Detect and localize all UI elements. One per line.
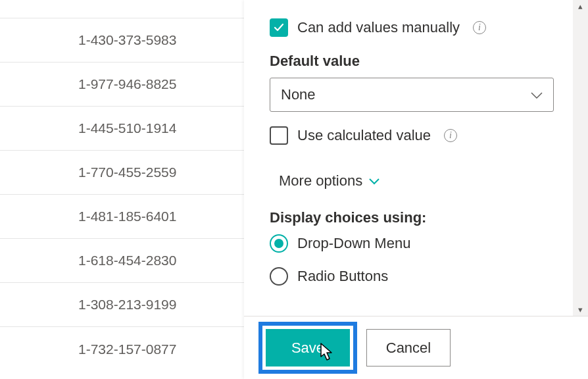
table-row[interactable]: 1-977-946-8825 — [0, 63, 244, 107]
cell-value: 1-977-946-8825 — [78, 76, 176, 92]
table-row[interactable]: 1-430-373-5983 — [0, 18, 244, 63]
save-button[interactable]: Save — [266, 329, 350, 366]
can-add-values-row: Can add values manually i — [270, 18, 547, 37]
table-row[interactable]: 1-445-510-1914 — [0, 107, 244, 151]
scroll-up-icon[interactable]: ▴ — [578, 2, 583, 11]
table-row[interactable]: 1-770-455-2559 — [0, 151, 244, 195]
info-icon[interactable]: i — [444, 129, 457, 142]
table-row[interactable]: 1-732-157-0877 — [0, 327, 244, 371]
can-add-values-checkbox[interactable] — [270, 18, 288, 37]
default-value-label: Default value — [270, 53, 547, 70]
panel-footer: Save Cancel — [244, 316, 588, 379]
display-choice-radio-row: Radio Buttons — [270, 267, 547, 286]
use-calculated-checkbox[interactable] — [270, 126, 288, 145]
cell-value: 1-732-157-0877 — [78, 341, 176, 357]
cell-value: 1-481-185-6401 — [78, 209, 176, 224]
display-choice-dropdown-radio[interactable] — [270, 234, 288, 253]
more-options-toggle[interactable]: More options — [279, 172, 380, 190]
default-value-select[interactable]: None — [270, 78, 554, 112]
display-choice-radio-radio[interactable] — [270, 267, 288, 286]
panel-body: Can add values manually i Default value … — [244, 0, 573, 316]
cell-value: 1-430-373-5983 — [78, 32, 176, 48]
cell-value: 1-618-454-2830 — [78, 253, 176, 268]
scrollbar-track[interactable] — [573, 13, 588, 303]
display-choices-label: Display choices using: — [270, 209, 547, 226]
table-row[interactable]: 1-481-185-6401 — [0, 195, 244, 239]
info-icon[interactable]: i — [473, 21, 486, 34]
use-calculated-row: Use calculated value i — [270, 126, 547, 145]
save-highlight: Save — [258, 322, 357, 374]
more-options-label: More options — [279, 172, 362, 190]
display-choice-dropdown-label: Drop-Down Menu — [297, 235, 410, 252]
cell-value: 1-445-510-1914 — [78, 120, 176, 136]
table-row[interactable]: 1-618-454-2830 — [0, 239, 244, 283]
cancel-button-label: Cancel — [386, 340, 431, 357]
panel-scrollbar[interactable]: ▴ ▾ — [573, 0, 588, 316]
cell-value: 1-770-455-2559 — [78, 164, 176, 180]
cell-value: 1-308-213-9199 — [78, 297, 176, 313]
table-row[interactable]: 1-308-213-9199 — [0, 283, 244, 327]
display-choice-dropdown-row: Drop-Down Menu — [270, 234, 547, 253]
can-add-values-label: Can add values manually — [297, 19, 460, 36]
checkmark-icon — [274, 22, 284, 33]
use-calculated-label: Use calculated value — [297, 127, 431, 144]
table-row[interactable] — [0, 0, 244, 18]
column-settings-panel: Can add values manually i Default value … — [244, 0, 588, 379]
cancel-button[interactable]: Cancel — [366, 329, 451, 366]
default-value-selected: None — [281, 86, 316, 103]
display-choice-radio-label: Radio Buttons — [297, 268, 388, 285]
save-button-label: Save — [291, 340, 324, 357]
chevron-down-icon — [531, 86, 543, 103]
chevron-down-icon — [369, 174, 380, 188]
scroll-down-icon[interactable]: ▾ — [578, 305, 583, 314]
data-list: 1-430-373-5983 1-977-946-8825 1-445-510-… — [0, 0, 244, 379]
